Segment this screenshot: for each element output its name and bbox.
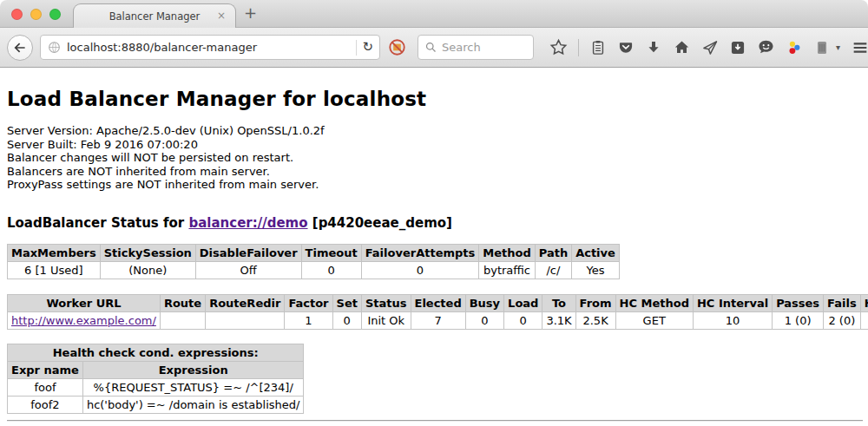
col-hc-uri: HC uri: [860, 294, 868, 311]
bookmark-star-icon[interactable]: [549, 38, 568, 56]
minimize-window-button[interactable]: [30, 9, 42, 20]
server-info: Server Version: Apache/2.5.0-dev (Unix) …: [7, 124, 861, 192]
cell-hc-uri: [860, 311, 868, 329]
reload-icon[interactable]: ↻: [362, 41, 373, 54]
page-title: Load Balancer Manager for localhost: [7, 88, 861, 110]
col-active: Active: [572, 244, 620, 261]
col-failoverattempts: FailoverAttempts: [361, 244, 479, 261]
cell-elected: 7: [411, 311, 465, 329]
balancer-summary-table: MaxMembers StickySession DisableFailover…: [7, 244, 620, 279]
cell-routeredir: [206, 311, 285, 329]
cell-active: Yes: [572, 261, 620, 279]
col-method: Method: [479, 244, 535, 261]
search-bar[interactable]: [418, 35, 534, 60]
health-title-row: Health check cond. expressions:: [8, 344, 304, 361]
menu-group: [851, 38, 868, 57]
cell-factor: 1: [285, 311, 332, 329]
col-passes: Passes: [773, 294, 824, 311]
cell-expr-name: foof: [8, 378, 83, 396]
heading-suffix: [p4420eeae_demo]: [312, 215, 452, 231]
col-timeout: Timeout: [301, 244, 361, 261]
home-icon[interactable]: [673, 38, 691, 56]
health-row-foof: foof %{REQUEST_STATUS} =~ /^[234]/: [8, 378, 304, 396]
urlbar-separator: [356, 40, 357, 56]
worker-row: http://www.example.com/ 1 0 Init Ok 7 0 …: [8, 311, 868, 329]
page-divider: [7, 420, 863, 422]
chevron-down-icon[interactable]: ▾: [836, 43, 840, 52]
col-stickysession: StickySession: [100, 244, 195, 261]
col-elected: Elected: [411, 294, 465, 311]
tab-close-icon[interactable]: ×: [217, 10, 226, 21]
downloads-icon[interactable]: [645, 39, 662, 56]
col-routeredir: RouteRedir: [206, 294, 285, 311]
table-row: 6 [1 Used] (None) Off 0 0 bytraffic /c/ …: [8, 261, 620, 279]
balancer-demo-link[interactable]: balancer://demo: [188, 215, 307, 231]
cell-method: bytraffic: [479, 261, 535, 279]
toolbar-icons: ▾: [549, 38, 868, 57]
plugin-blocked-button[interactable]: [387, 37, 407, 57]
cell-disablefailover: Off: [195, 261, 301, 279]
col-set: Set: [332, 294, 361, 311]
container-extension-icon[interactable]: [813, 39, 831, 56]
navigation-toolbar: ↻: [0, 28, 868, 68]
back-arrow-icon: [12, 40, 28, 56]
col-load: Load: [504, 294, 542, 311]
col-from: From: [575, 294, 615, 311]
cell-busy: 0: [465, 311, 503, 329]
new-tab-button[interactable]: +: [244, 3, 257, 22]
cell-maxmembers: 6 [1 Used]: [8, 261, 101, 279]
col-factor: Factor: [285, 294, 332, 311]
cell-passes: 1 (0): [773, 311, 824, 329]
cell-expression: hc('body') =~ /domain is established/: [82, 396, 304, 413]
heading-prefix: LoadBalancer Status for: [7, 215, 184, 231]
cell-stickysession: (None): [100, 261, 195, 279]
send-to-device-icon[interactable]: [701, 39, 719, 56]
server-version-line: Server Version: Apache/2.5.0-dev (Unix) …: [7, 124, 861, 138]
cell-expression: %{REQUEST_STATUS} =~ /^[234]/: [82, 378, 304, 396]
col-expression: Expression: [82, 361, 304, 378]
cell-failoverattempts: 0: [361, 261, 479, 279]
hamburger-menu-icon[interactable]: [851, 38, 868, 57]
url-input[interactable]: [67, 41, 351, 54]
cell-worker-url: http://www.example.com/: [8, 311, 161, 329]
url-bar[interactable]: ↻: [40, 35, 380, 60]
extension-dots-icon[interactable]: [786, 39, 803, 56]
cell-route: [160, 311, 205, 329]
zoom-window-button[interactable]: [49, 9, 61, 20]
col-worker-url: Worker URL: [8, 294, 161, 311]
cell-status: Init Ok: [361, 311, 411, 329]
col-busy: Busy: [465, 294, 503, 311]
cell-timeout: 0: [301, 261, 361, 279]
worker-table: Worker URL Route RouteRedir Factor Set S…: [7, 294, 868, 330]
persist-note-line: Balancer changes will NOT be persisted o…: [7, 151, 861, 165]
close-window-button[interactable]: [11, 9, 23, 20]
forum-smiley-icon[interactable]: [757, 38, 775, 56]
col-fails: Fails: [824, 294, 861, 311]
cell-hc-method: GET: [615, 311, 693, 329]
page-content: Load Balancer Manager for localhost Serv…: [0, 68, 868, 426]
col-disablefailover: DisableFailover: [195, 244, 301, 261]
loadbalancer-status-heading: LoadBalancer Status for balancer://demo …: [7, 215, 861, 231]
table-header-row: Expr name Expression: [8, 361, 304, 378]
reading-list-icon[interactable]: [589, 39, 607, 56]
cell-load: 0: [504, 311, 542, 329]
cell-expr-name: foof2: [8, 396, 83, 413]
worker-url-link[interactable]: http://www.example.com/: [11, 314, 156, 327]
health-table-title: Health check cond. expressions:: [8, 344, 304, 361]
site-identity-globe-icon: [47, 40, 62, 55]
tab-title: Balancer Manager: [109, 10, 201, 23]
toolbar-separator: [578, 39, 579, 56]
save-page-icon[interactable]: [729, 39, 746, 56]
search-input[interactable]: [442, 41, 527, 54]
cell-set: 0: [332, 311, 361, 329]
col-expr-name: Expr name: [8, 361, 83, 378]
back-button[interactable]: [7, 35, 33, 61]
tab-balancer-manager[interactable]: Balancer Manager ×: [73, 3, 236, 28]
browser-window: Balancer Manager × + ↻: [0, 0, 868, 426]
pocket-icon[interactable]: [617, 39, 635, 56]
col-path: Path: [535, 244, 571, 261]
table-header-row: Worker URL Route RouteRedir Factor Set S…: [8, 294, 868, 311]
col-to: To: [542, 294, 575, 311]
server-built-line: Server Built: Feb 9 2016 07:00:20: [7, 138, 861, 152]
cell-from: 2.5K: [575, 311, 615, 329]
